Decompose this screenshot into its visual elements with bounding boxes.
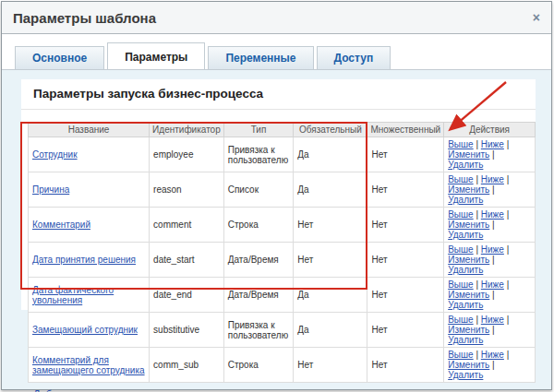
action-link-3[interactable]: Удалить <box>448 300 483 310</box>
action-link-1[interactable]: Ниже <box>481 279 504 290</box>
action-link-2[interactable]: Изменить <box>448 290 489 300</box>
action-separator: | <box>474 279 481 290</box>
action-link-2[interactable]: Изменить <box>448 220 489 230</box>
parameter-required: Нет <box>294 243 367 278</box>
column-header: Действия <box>444 123 536 137</box>
parameter-id: comment <box>150 208 224 243</box>
table-row: Замещающий сотрудникsubstitutiveПривязка… <box>29 313 536 348</box>
parameter-required: Нет <box>294 208 367 243</box>
parameter-name-link[interactable]: Комментарий <box>32 220 90 230</box>
action-link-0[interactable]: Выше <box>448 244 473 255</box>
tab-1[interactable]: Параметры <box>107 42 205 69</box>
parameter-type: Список <box>223 172 294 208</box>
parameter-id: date_end <box>150 278 224 313</box>
actions-cell: Выше | Ниже | Изменить | Удалить <box>444 243 536 278</box>
dialog-titlebar: Параметры шаблона × <box>2 2 551 34</box>
parameter-name-link[interactable]: Дата принятия решения <box>32 255 136 265</box>
parameter-type: Строка <box>223 208 294 243</box>
action-link-2[interactable]: Изменить <box>448 325 489 335</box>
action-link-0[interactable]: Выше <box>448 209 473 220</box>
action-link-0[interactable]: Выше <box>448 315 473 325</box>
action-separator: | <box>489 290 494 300</box>
table-row: КомментарийcommentСтрокаНетНетВыше | Ниж… <box>29 208 536 243</box>
action-link-3[interactable]: Удалить <box>448 370 483 380</box>
parameter-name-link[interactable]: Сотрудник <box>32 149 78 160</box>
table-row: Комментарий для замещающего сотрудникаco… <box>29 348 536 383</box>
action-link-0[interactable]: Выше <box>448 174 473 184</box>
tab-3[interactable]: Доступ <box>317 46 391 69</box>
action-link-0[interactable]: Выше <box>448 350 473 360</box>
parameters-table: НазваниеИдентификаторТипОбязательныйМнож… <box>28 122 536 383</box>
action-link-3[interactable]: Удалить <box>448 160 483 170</box>
action-separator: | <box>504 174 509 184</box>
action-link-2[interactable]: Изменить <box>448 360 489 370</box>
column-header: Обязательный <box>294 123 367 137</box>
parameter-type: Привязка к пользователю <box>223 137 294 172</box>
content-panel: Параметры запуска бизнес-процесса Назван… <box>2 69 551 389</box>
action-link-1[interactable]: Ниже <box>481 244 504 255</box>
action-separator: | <box>489 360 494 370</box>
tab-0[interactable]: Основное <box>15 46 104 69</box>
action-separator: | <box>474 209 481 220</box>
actions-cell: Выше | Ниже | Изменить | Удалить <box>444 137 536 172</box>
table-row: Дата фактического увольненияdate_endДата… <box>29 278 536 313</box>
action-link-3[interactable]: Удалить <box>448 195 483 205</box>
add-parameter-link[interactable]: Добавить параметр... <box>33 388 135 392</box>
action-link-3[interactable]: Удалить <box>448 335 483 345</box>
column-header: Название <box>29 123 150 137</box>
action-link-1[interactable]: Ниже <box>481 315 504 325</box>
actions-cell: Выше | Ниже | Изменить | Удалить <box>444 208 536 243</box>
parameter-required: Да <box>294 172 367 208</box>
table-row: ПричинаreasonСписокДаНетВыше | Ниже | Из… <box>29 172 536 208</box>
action-separator: | <box>489 220 494 230</box>
parameter-id: employee <box>150 137 224 172</box>
action-link-3[interactable]: Удалить <box>448 230 483 240</box>
action-link-1[interactable]: Ниже <box>481 174 504 184</box>
parameter-type: Привязка к пользователю <box>223 313 294 348</box>
parameter-multiple: Нет <box>367 313 444 348</box>
action-link-2[interactable]: Изменить <box>448 255 489 265</box>
actions-cell: Выше | Ниже | Изменить | Удалить <box>444 313 536 348</box>
action-link-1[interactable]: Ниже <box>481 209 504 220</box>
action-link-0[interactable]: Выше <box>448 139 473 149</box>
parameter-multiple: Нет <box>367 348 444 383</box>
parameter-multiple: Нет <box>367 208 444 243</box>
tab-2[interactable]: Переменные <box>208 46 313 69</box>
column-header: Идентификатор <box>150 123 224 137</box>
parameter-required: Да <box>294 137 367 172</box>
close-icon[interactable]: × <box>533 11 540 24</box>
table-row: СотрудникemployeeПривязка к пользователю… <box>29 137 536 172</box>
action-link-1[interactable]: Ниже <box>481 350 504 360</box>
action-separator: | <box>489 325 494 335</box>
template-parameters-dialog: Параметры шаблона × ОсновноеПараметрыПер… <box>1 1 552 390</box>
action-separator: | <box>504 244 509 255</box>
action-link-1[interactable]: Ниже <box>481 139 504 149</box>
tab-bar: ОсновноеПараметрыПеременныеДоступ <box>2 34 551 69</box>
parameter-multiple: Нет <box>367 243 444 278</box>
action-link-2[interactable]: Изменить <box>448 149 489 160</box>
action-separator: | <box>504 209 509 220</box>
actions-cell: Выше | Ниже | Изменить | Удалить <box>444 278 536 313</box>
parameter-name-link[interactable]: Замещающий сотрудник <box>32 325 138 335</box>
parameter-required: Да <box>294 278 367 313</box>
parameter-id: date_start <box>150 243 224 278</box>
action-separator: | <box>474 244 481 255</box>
parameter-multiple: Нет <box>367 172 444 208</box>
column-header: Множественный <box>367 123 444 137</box>
actions-cell: Выше | Ниже | Изменить | Удалить <box>444 348 536 383</box>
parameter-name-link[interactable]: Дата фактического увольнения <box>32 285 114 305</box>
section-heading: Параметры запуска бизнес-процесса <box>21 79 536 110</box>
parameter-id: substitutive <box>150 313 224 348</box>
action-separator: | <box>504 279 509 290</box>
parameter-name-link[interactable]: Причина <box>32 184 69 195</box>
parameter-type: Дата/Время <box>223 278 294 313</box>
action-link-2[interactable]: Изменить <box>448 184 489 195</box>
action-separator: | <box>474 315 481 325</box>
parameter-multiple: Нет <box>367 278 444 313</box>
action-link-0[interactable]: Выше <box>448 279 473 290</box>
action-link-3[interactable]: Удалить <box>448 265 483 275</box>
action-separator: | <box>474 139 481 149</box>
parameter-name-link[interactable]: Комментарий для замещающего сотрудника <box>32 355 145 375</box>
actions-cell: Выше | Ниже | Изменить | Удалить <box>444 172 536 208</box>
action-separator: | <box>504 315 509 325</box>
